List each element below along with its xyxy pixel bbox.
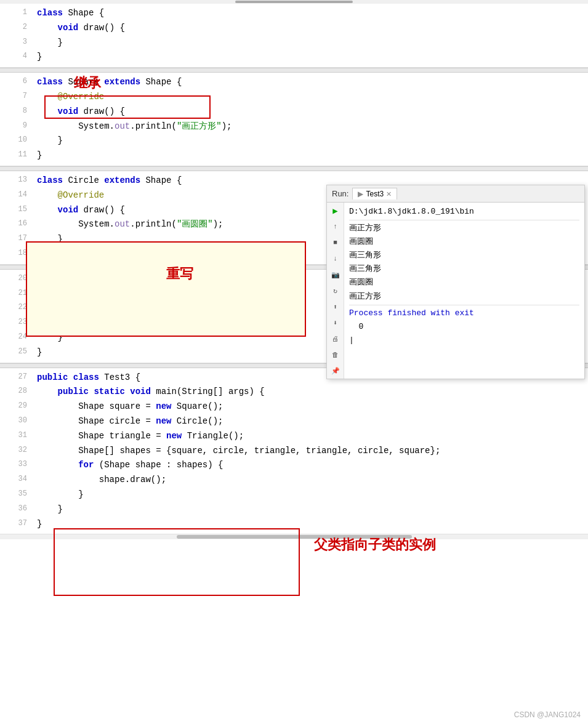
section-divider-2	[0, 166, 588, 171]
code-line: 1class Shape {	[6, 6, 588, 21]
scrollbar-thumb	[235, 1, 353, 3]
code-line: 32 Shape[] shapes = {square, circle, tri…	[6, 444, 588, 459]
code-line: 9 System.out.println("画正方形");	[6, 119, 588, 134]
main-container: 1class Shape { 2 void draw() { 3 } 4} 继承…	[0, 0, 588, 724]
code-line: 34 shape.draw();	[6, 473, 588, 488]
code-line: 2 void draw() {	[6, 21, 588, 36]
pin-button[interactable]: 📌	[330, 365, 341, 376]
code-line: 28 public static void main(String[] args…	[6, 385, 588, 400]
code-line: 35 }	[6, 488, 588, 502]
code-line: 3 }	[6, 36, 588, 50]
run-panel-body: ▶ ↑ ■ ↓ 📷 ↻ ⬆ ⬇ 🖨 🗑 📌 D:\jdk1.8\jdk1.8.0…	[327, 203, 584, 379]
run-panel-sidebar: ▶ ↑ ■ ↓ 📷 ↻ ⬆ ⬇ 🖨 🗑 📌	[327, 203, 344, 379]
code-line: 31 Shape triangle = new Triangle();	[6, 429, 588, 444]
stop-button[interactable]: ■	[330, 237, 341, 248]
bottom-scrollbar[interactable]	[0, 534, 588, 539]
pin-down-button[interactable]: ⬇	[330, 317, 341, 328]
exit-code: 0	[349, 320, 579, 334]
path-line: D:\jdk1.8\jdk1.8.0_191\bin	[349, 205, 579, 219]
run-tab-icon: ▶	[358, 190, 363, 198]
run-label: Run:	[332, 189, 348, 198]
run-panel: Run: ▶ Test3 ✕ ▶ ↑ ■ ↓ 📷 ↻ ⬆ ⬇ 🖨	[326, 185, 585, 379]
run-divider-2	[349, 305, 579, 305]
annotation-fulei: 父类指向子类的实例	[314, 536, 436, 554]
output-line-1: 画正方形	[349, 222, 579, 235]
code-line: 37}	[6, 517, 588, 532]
code-line: 11}	[6, 148, 588, 163]
run-button[interactable]: ▶	[330, 205, 341, 216]
cursor-line: |	[349, 334, 579, 347]
output-line-3: 画三角形	[349, 249, 579, 262]
code-line: 36 }	[6, 502, 588, 517]
run-panel-content: D:\jdk1.8\jdk1.8.0_191\bin 画正方形 画圆圈 画三角形…	[344, 203, 584, 379]
rerun-button[interactable]: ↻	[330, 285, 341, 296]
section-divider	[0, 68, 588, 73]
code-line: 8 void draw() {	[6, 105, 588, 119]
up-button[interactable]: ↑	[330, 221, 341, 232]
output-line-2: 画圆圈	[349, 235, 579, 249]
annotation-jicheng: 继承	[74, 74, 101, 92]
process-line: Process finished with exit	[349, 307, 579, 320]
section-shape: 1class Shape { 2 void draw() { 3 } 4}	[0, 4, 588, 68]
camera-button[interactable]: 📷	[330, 269, 341, 280]
print-button[interactable]: 🖨	[330, 333, 341, 344]
code-line: 30 Shape circle = new Circle();	[6, 414, 588, 429]
watermark: CSDN @JANG1024	[514, 710, 581, 719]
pin-up-button[interactable]: ⬆	[330, 301, 341, 312]
code-line: 10 }	[6, 134, 588, 148]
run-divider	[349, 220, 579, 220]
annotation-chongxie: 重写	[166, 265, 193, 283]
close-tab-icon[interactable]: ✕	[386, 190, 392, 198]
code-line: 33 for (Shape shape : shapes) {	[6, 458, 588, 473]
run-panel-header: Run: ▶ Test3 ✕	[327, 185, 584, 203]
code-area: 1class Shape { 2 void draw() { 3 } 4} 继承…	[0, 0, 588, 724]
down-button[interactable]: ↓	[330, 253, 341, 264]
run-tab[interactable]: ▶ Test3 ✕	[352, 188, 397, 199]
delete-button[interactable]: 🗑	[330, 349, 341, 360]
output-line-5: 画圆圈	[349, 276, 579, 289]
code-line: 4}	[6, 50, 588, 65]
section-test3: 27public class Test3 { 28 public static …	[0, 368, 588, 535]
code-line: 29 Shape square = new Square();	[6, 400, 588, 414]
output-line-4: 画三角形	[349, 262, 579, 276]
run-tab-name: Test3	[366, 190, 384, 198]
output-line-6: 画正方形	[349, 290, 579, 304]
